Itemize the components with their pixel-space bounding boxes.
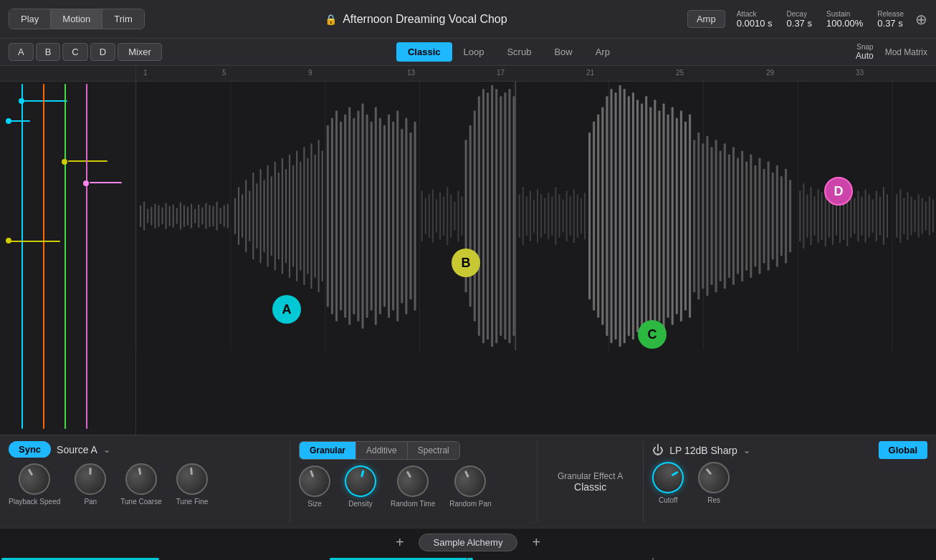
motion-button[interactable]: Motion [51, 9, 102, 29]
random-time-knob[interactable] [391, 460, 434, 503]
filter-label: LP 12dB Sharp [669, 445, 737, 456]
mod-matrix-button[interactable]: Mod Matrix [885, 47, 927, 57]
arp-tab[interactable]: Arp [584, 42, 621, 62]
a-source-button[interactable]: A [9, 43, 34, 61]
scrub-tab[interactable]: Scrub [495, 42, 543, 62]
svg-rect-96 [478, 96, 480, 336]
svg-rect-125 [588, 132, 591, 299]
playback-speed-group: Playback Speed [9, 463, 60, 506]
svg-rect-138 [645, 96, 647, 336]
svg-rect-31 [216, 201, 218, 231]
svg-rect-90 [454, 201, 455, 231]
play-motion-trim-group: Play Motion Trim [9, 9, 145, 29]
svg-rect-25 [194, 209, 196, 223]
svg-rect-32 [220, 208, 221, 224]
svg-rect-173 [803, 183, 804, 248]
random-pan-knob[interactable] [449, 460, 491, 502]
cutoff-label: Cutoff [659, 496, 678, 504]
pan-knob[interactable] [75, 463, 106, 495]
svg-rect-191 [869, 194, 870, 238]
svg-rect-123 [581, 198, 582, 234]
filter-section: ⏻ LP 12dB Sharp ⌄ Global Cutoff Res [652, 441, 927, 522]
svg-rect-99 [491, 85, 493, 347]
svg-rect-115 [551, 196, 553, 236]
svg-rect-107 [522, 187, 524, 245]
svg-rect-20 [176, 208, 178, 224]
global-button[interactable]: Global [879, 441, 927, 459]
b-source-button[interactable]: B [36, 43, 61, 61]
main-waveform[interactable]: 1 5 9 13 17 21 25 29 33 [136, 66, 936, 435]
svg-rect-14 [154, 203, 156, 228]
power-button[interactable]: ⏻ [652, 444, 664, 457]
svg-rect-152 [706, 136, 708, 296]
svg-rect-203 [918, 194, 920, 238]
mixer-button[interactable]: Mixer [118, 43, 162, 61]
dot-cyan [19, 98, 24, 104]
svg-rect-84 [432, 189, 434, 243]
svg-rect-36 [238, 187, 239, 245]
svg-rect-116 [555, 187, 556, 245]
svg-rect-15 [158, 205, 159, 226]
effect-value: Classic [574, 481, 606, 493]
svg-rect-144 [672, 107, 674, 325]
amp-button[interactable]: Amp [687, 10, 725, 28]
plugin-name-button[interactable]: Sample Alchemy [419, 534, 518, 551]
tune-coarse-knob[interactable] [123, 461, 160, 498]
trim-button[interactable]: Trim [102, 9, 144, 29]
add-left-button[interactable]: + [396, 534, 404, 551]
cutoff-knob[interactable] [646, 456, 689, 499]
bottom-controls: Sync Source A ⌄ Playback Speed Pan Tune … [0, 435, 936, 528]
playback-speed-knob[interactable] [13, 458, 56, 501]
svg-rect-23 [187, 206, 188, 225]
release-label: Release [877, 10, 904, 18]
classic-tab[interactable]: Classic [396, 42, 452, 62]
granular-tab[interactable]: Granular [300, 442, 356, 459]
size-knob[interactable] [295, 461, 335, 501]
marker-c[interactable]: C [638, 320, 667, 349]
res-knob[interactable] [692, 455, 736, 500]
svg-rect-75 [392, 122, 394, 311]
bottom-indicator-lines [0, 556, 936, 560]
sync-button[interactable]: Sync [9, 441, 51, 458]
svg-rect-22 [183, 205, 185, 226]
v-line-orange [43, 84, 44, 429]
svg-rect-190 [865, 189, 866, 243]
source-label: Source A [57, 444, 97, 455]
waveform-ruler: 1 5 9 13 17 21 25 29 33 [136, 66, 936, 82]
waveform-svg [136, 82, 936, 350]
svg-rect-164 [758, 158, 760, 274]
svg-rect-139 [649, 107, 651, 325]
marker-a[interactable]: A [272, 295, 301, 324]
marker-d[interactable]: D [824, 177, 853, 206]
attack-param: Attack 0.0010 s [737, 10, 773, 29]
svg-rect-49 [285, 169, 287, 264]
density-knob[interactable] [341, 462, 380, 501]
density-group: Density [345, 465, 376, 508]
bow-tab[interactable]: Bow [543, 42, 583, 62]
marker-b[interactable]: B [452, 248, 480, 277]
svg-rect-117 [558, 194, 560, 238]
random-pan-group: Random Pan [449, 465, 491, 508]
c-source-button[interactable]: C [62, 43, 87, 61]
play-button[interactable]: Play [9, 9, 51, 29]
svg-rect-88 [446, 187, 448, 245]
svg-rect-95 [474, 111, 476, 322]
svg-rect-54 [303, 147, 305, 285]
svg-rect-157 [728, 154, 730, 277]
svg-rect-83 [429, 194, 430, 238]
svg-rect-85 [436, 199, 437, 233]
granular-tabs: Granular Additive Spectral [299, 441, 460, 460]
svg-rect-74 [388, 115, 390, 318]
d-source-button[interactable]: D [90, 43, 115, 61]
spectral-tab[interactable]: Spectral [408, 442, 459, 459]
svg-rect-79 [409, 132, 411, 299]
v-line-cyan [22, 84, 23, 429]
loop-tab[interactable]: Loop [452, 42, 496, 62]
more-options-button[interactable]: ⊕ [915, 11, 927, 28]
size-group: Size [299, 465, 330, 508]
additive-tab[interactable]: Additive [356, 442, 408, 459]
tune-fine-knob[interactable] [175, 462, 209, 496]
svg-rect-68 [362, 103, 364, 329]
v-line-pink [86, 84, 87, 429]
add-right-button[interactable]: + [532, 534, 540, 551]
